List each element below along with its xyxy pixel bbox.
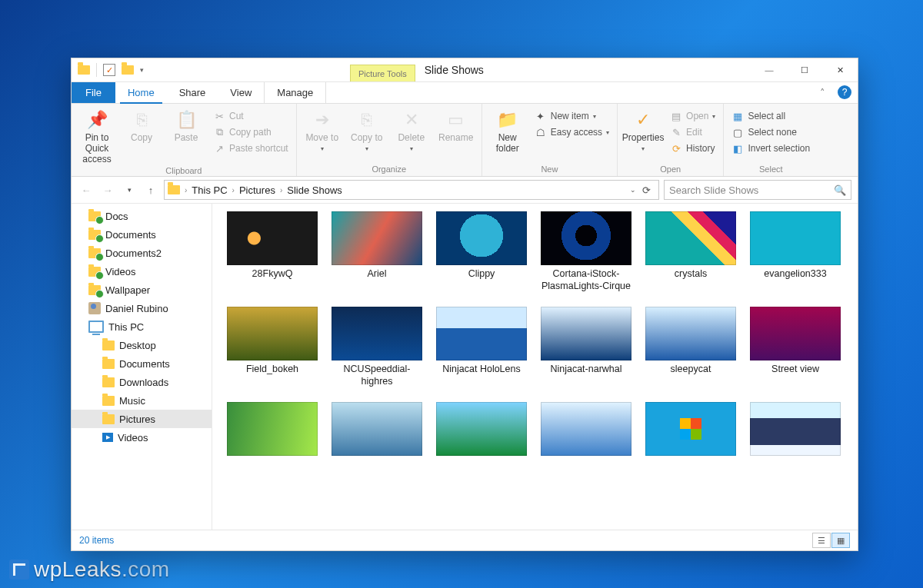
thumbnail bbox=[332, 211, 422, 265]
copy-button[interactable]: ⎘Copy bbox=[121, 106, 162, 143]
history-button[interactable]: ⟳History bbox=[667, 141, 718, 155]
nav-recent-button[interactable]: ▾ bbox=[121, 181, 138, 198]
tree-item[interactable]: Pictures bbox=[72, 410, 212, 428]
delete-icon: ✕ bbox=[400, 109, 423, 131]
file-tile[interactable] bbox=[226, 402, 318, 483]
select-all-button[interactable]: ▦Select all bbox=[728, 109, 813, 123]
open-button[interactable]: ▤Open ▾ bbox=[667, 109, 718, 123]
tree-item[interactable]: Docs bbox=[72, 207, 212, 225]
content-pane[interactable]: 28FkywQArielClippyCortana-iStock-PlasmaL… bbox=[212, 204, 858, 530]
rename-button[interactable]: ▭Rename bbox=[435, 106, 477, 143]
delete-button[interactable]: ✕Delete▾ bbox=[391, 106, 432, 152]
thumbnail bbox=[332, 402, 422, 456]
tree-item[interactable]: This PC bbox=[72, 317, 212, 336]
new-folder-button[interactable]: 📁New folder bbox=[487, 106, 528, 154]
pin-icon: 📌 bbox=[85, 109, 108, 131]
move-to-button[interactable]: ➔Move to▾ bbox=[302, 106, 343, 152]
navigation-pane[interactable]: DocsDocumentsDocuments2VideosWallpaperDa… bbox=[72, 204, 212, 530]
file-name: Ninjacat HoloLens bbox=[442, 364, 520, 388]
nav-back-button[interactable]: ← bbox=[78, 181, 95, 198]
file-tab[interactable]: File bbox=[72, 82, 115, 103]
qat-customize-button[interactable]: ▾ bbox=[140, 66, 144, 74]
file-tile[interactable]: sleepycat bbox=[645, 307, 737, 388]
tree-item-label: Downloads bbox=[119, 377, 168, 388]
view-tab[interactable]: View bbox=[218, 82, 264, 103]
collapse-ribbon-button[interactable]: ˄ bbox=[814, 87, 831, 98]
contextual-tab-label: Picture Tools bbox=[350, 65, 415, 81]
file-tile[interactable]: evangelion333 bbox=[749, 211, 841, 293]
breadcrumb[interactable]: Slide Shows bbox=[287, 184, 342, 196]
tree-item[interactable]: Videos bbox=[72, 262, 212, 281]
properties-button[interactable]: ✓Properties▾ bbox=[622, 106, 664, 152]
maximize-button[interactable]: ☐ bbox=[787, 58, 822, 81]
file-tile[interactable]: crystals bbox=[645, 211, 737, 293]
tree-item[interactable]: Documents bbox=[72, 354, 212, 373]
nav-forward-button[interactable]: → bbox=[99, 181, 116, 198]
tree-item[interactable]: Documents bbox=[72, 225, 212, 244]
refresh-button[interactable]: ⟳ bbox=[642, 184, 651, 196]
file-tile[interactable]: 28FkywQ bbox=[226, 211, 318, 293]
tree-item[interactable]: Documents2 bbox=[72, 244, 212, 262]
qat-new-folder-button[interactable] bbox=[122, 65, 134, 75]
status-item-count: 20 items bbox=[79, 535, 114, 546]
new-item-button[interactable]: ✦New item ▾ bbox=[531, 109, 612, 123]
file-tile[interactable]: Field_bokeh bbox=[226, 307, 318, 388]
paste-button[interactable]: 📋Paste bbox=[165, 106, 207, 143]
edit-button[interactable]: ✎Edit bbox=[667, 125, 718, 139]
folder-icon bbox=[102, 359, 115, 369]
file-explorer-window: ✓ ▾ Picture Tools Slide Shows — ☐ ✕ File… bbox=[71, 58, 858, 551]
nav-up-button[interactable]: ↑ bbox=[142, 181, 159, 198]
file-tile[interactable]: Ninjacat-narwhal bbox=[540, 307, 632, 388]
details-view-button[interactable]: ☰ bbox=[812, 533, 831, 548]
file-tile[interactable]: Street view bbox=[749, 307, 841, 388]
share-tab[interactable]: Share bbox=[167, 82, 218, 103]
folder-icon bbox=[88, 285, 101, 295]
file-name: evangelion333 bbox=[764, 268, 826, 293]
tree-item[interactable]: ▶Videos bbox=[72, 428, 212, 447]
file-tile[interactable] bbox=[331, 402, 423, 483]
tree-item[interactable]: Music bbox=[72, 391, 212, 410]
tree-item[interactable]: Desktop bbox=[72, 336, 212, 354]
close-button[interactable]: ✕ bbox=[822, 58, 858, 81]
file-tile[interactable] bbox=[435, 402, 528, 483]
minimize-button[interactable]: — bbox=[751, 58, 787, 81]
titlebar[interactable]: ✓ ▾ Picture Tools Slide Shows — ☐ ✕ bbox=[72, 58, 858, 82]
breadcrumb[interactable]: This PC bbox=[192, 184, 227, 196]
search-placeholder: Search Slide Shows bbox=[669, 184, 758, 196]
file-tile[interactable]: Ninjacat HoloLens bbox=[435, 307, 528, 388]
file-tile[interactable]: Cortana-iStock-PlasmaLights-Cirque bbox=[540, 211, 632, 293]
tree-item[interactable]: Wallpaper bbox=[72, 281, 212, 299]
help-button[interactable]: ? bbox=[838, 85, 851, 99]
file-tile[interactable]: NCUSpeeddial-highres bbox=[331, 307, 423, 388]
tree-item[interactable]: Daniel Rubino bbox=[72, 299, 212, 317]
file-tile[interactable]: Clippy bbox=[435, 211, 528, 293]
file-tile[interactable]: Ariel bbox=[331, 211, 423, 293]
copy-to-button[interactable]: ⎘Copy to▾ bbox=[346, 106, 388, 152]
invert-selection-button[interactable]: ◧Invert selection bbox=[728, 141, 813, 155]
search-input[interactable]: Search Slide Shows 🔍 bbox=[664, 180, 851, 200]
file-name: NCUSpeeddial-highres bbox=[331, 364, 423, 388]
file-tile[interactable] bbox=[540, 402, 632, 483]
address-bar[interactable]: › This PC› Pictures› Slide Shows ⌄ ⟳ bbox=[164, 180, 659, 200]
thumbnails-view-button[interactable]: ▦ bbox=[831, 533, 850, 548]
file-tile[interactable] bbox=[645, 402, 737, 483]
breadcrumb[interactable]: Pictures bbox=[239, 184, 275, 196]
manage-tab[interactable]: Manage bbox=[264, 82, 326, 103]
select-none-button[interactable]: ▢Select none bbox=[728, 125, 813, 139]
copy-path-button[interactable]: ⧉Copy path bbox=[210, 125, 292, 139]
thumbnail bbox=[750, 402, 841, 456]
file-name: Clippy bbox=[468, 268, 495, 293]
addr-dropdown-button[interactable]: ⌄ bbox=[630, 186, 636, 194]
file-name: crystals bbox=[675, 268, 707, 293]
tree-item[interactable]: Downloads bbox=[72, 373, 212, 391]
thumbnail bbox=[645, 307, 736, 360]
pin-to-quick-access-button[interactable]: 📌Pin to Quick access bbox=[76, 106, 118, 164]
home-tab[interactable]: Home bbox=[115, 82, 167, 103]
cut-button[interactable]: ✂Cut bbox=[210, 109, 292, 123]
qat-properties-button[interactable]: ✓ bbox=[103, 64, 115, 76]
paste-shortcut-button[interactable]: ↗Paste shortcut bbox=[210, 141, 292, 155]
tree-item-label: Docs bbox=[105, 211, 128, 222]
file-tile[interactable] bbox=[749, 402, 841, 483]
ribbon-tabs: File Home Share View Manage ˄ ? bbox=[72, 82, 858, 104]
easy-access-button[interactable]: ☖Easy access ▾ bbox=[531, 125, 612, 139]
